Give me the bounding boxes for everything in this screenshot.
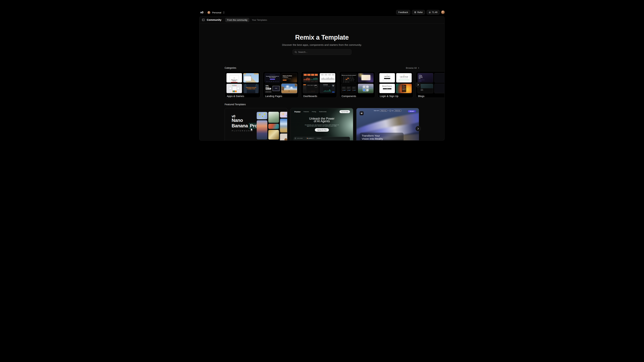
category-card-dashboards[interactable]: 170 245 190 OVERVIEW 12:00 AM Dashb xyxy=(301,71,337,98)
thumbnail-blog-hidden2 xyxy=(434,84,444,93)
v0-community-page: v0 / Personal Feedback Refer ⊘ 71.49 xyxy=(188,0,456,151)
hero-title: Remix a Template xyxy=(200,34,444,41)
tab-from-the-community[interactable]: From the community xyxy=(225,18,249,22)
category-label: Landing Pages xyxy=(264,94,297,98)
refer-button[interactable]: Refer xyxy=(412,10,425,14)
webrenew-heading-line2: Vision Into Reality xyxy=(362,137,402,140)
thumbnail-saas-landing: Streamlined Communication for Quick Ship… xyxy=(264,73,280,82)
panel-icon xyxy=(295,138,296,139)
line-number: 1 xyxy=(310,140,312,140)
thumbnail-overview-dashboard: OVERVIEW 12:00 AM xyxy=(320,84,335,93)
moon-icon: ☾ xyxy=(366,89,368,91)
nano-line1: Nano xyxy=(232,118,258,123)
category-label: Blogs xyxy=(418,94,444,98)
tab-your-templates[interactable]: Your Templates xyxy=(251,18,268,22)
prompt-button: PROMPT xyxy=(408,110,416,112)
photo-coffee xyxy=(280,134,287,140)
featured-card-nano-banana[interactable]: v0 Nano BananaPro PLAYGROUND xyxy=(224,108,287,140)
explorer-label: EXPLORER xyxy=(297,138,303,139)
webrenew-badge: Webrenew xyxy=(394,110,402,112)
stream-line2: Quick Shipping xyxy=(265,77,280,78)
thumbnail-control-center: ✈ ᛒ ☾ xyxy=(358,84,374,93)
category-card-apps-games[interactable]: ≡ Welcome to v0 Calendar TETRIS xyxy=(224,71,260,98)
acme-title: Welcome to Acme Inc. xyxy=(380,86,395,86)
pointer-nav-testimonials: Testimonials xyxy=(319,111,326,112)
community-bar: Community From the community Your Templa… xyxy=(200,16,444,24)
sidebar-toggle-icon[interactable] xyxy=(202,18,205,21)
workspace-name[interactable]: Personal xyxy=(212,11,221,14)
search-input[interactable] xyxy=(298,51,349,53)
editor-tab-gulpfile: ⬢gulpfile.js× xyxy=(306,137,315,139)
thumbnail-tetris-game: TETRIS xyxy=(226,84,242,93)
header-left: v0 / Personal xyxy=(200,10,225,15)
category-card-login-signup[interactable]: ✕ Login with X G Login with Google ▢ xyxy=(378,71,414,98)
main-panel: Community From the community Your Templa… xyxy=(199,16,444,140)
bluetooth-icon: ᛒ xyxy=(366,86,368,88)
google-logo: G xyxy=(404,74,404,76)
breadcrumb-separator: / xyxy=(205,11,206,14)
category-label: Apps & Games xyxy=(226,94,259,98)
webrenew-heading-line1: Transform Your xyxy=(362,134,402,137)
portfolio-line1: Build a Portfolio xyxy=(283,75,292,76)
feedback-button[interactable]: Feedback xyxy=(396,10,410,14)
search-box[interactable] xyxy=(292,49,351,55)
made-with-label: Made with xyxy=(374,110,379,111)
synecdoche-title: Synecdoche® xyxy=(282,86,297,88)
webrenew-heading: Transform Your Vision Into Reality xyxy=(362,134,402,140)
category-card-landing-pages[interactable]: Streamlined Communication for Quick Ship… xyxy=(263,71,299,98)
photo-pills xyxy=(280,112,287,118)
clock-value: 12:00 AM xyxy=(332,85,335,86)
thumbnail-grid: ✕ Login with X G Login with Google ▢ xyxy=(379,73,412,93)
credits-button[interactable]: ⊘ 71.49 xyxy=(426,10,440,14)
photo-people xyxy=(268,124,279,129)
chevron-right-icon xyxy=(417,128,419,130)
workspace-switcher-icon[interactable] xyxy=(223,11,225,14)
img-placeholder: [IMG] xyxy=(272,86,280,91)
community-tabs: From the community Your Templates xyxy=(225,18,268,22)
v0-logo[interactable]: v0 xyxy=(200,11,203,14)
pointer-heading-line2: of AI Agents xyxy=(290,120,353,122)
feedback-label: Feedback xyxy=(398,11,408,14)
photo-sunset-mountains xyxy=(257,120,267,140)
category-card-components[interactable]: What are your favorite cuisines? xyxy=(339,71,375,98)
featured-templates-label: Featured Templates xyxy=(224,103,246,106)
brutal-label: BRUTAL. xyxy=(266,88,271,90)
thumbnail-grid: What are your favorite cuisines? xyxy=(341,73,374,93)
post-line2: Mount xyxy=(421,90,423,91)
cuisines-question: What are your favorite cuisines? xyxy=(341,75,357,76)
thumbnail-grid: 170 245 190 OVERVIEW 12:00 AM xyxy=(303,73,335,93)
tree-vscode: ∨ VSCODE xyxy=(295,140,309,140)
airplane-icon: ✈ xyxy=(363,86,365,88)
browse-all-link[interactable]: Browse All xyxy=(406,67,420,69)
hero-subtitle: Discover the best apps, components and s… xyxy=(200,43,444,46)
featured-card-webrenew[interactable]: Made with Midjourney + v0 by Webrenew W … xyxy=(356,108,419,140)
tab-label: gulpfile.js xyxy=(308,138,312,139)
featured-next-button[interactable] xyxy=(416,126,421,131)
webrenew-logo: W xyxy=(360,111,364,115)
fried-line1: FRIEDRICHSHAIN xyxy=(243,87,259,88)
photo-sky-mountain xyxy=(280,118,287,132)
category-label: Dashboards xyxy=(303,94,335,98)
nano-line2: Banana xyxy=(232,123,248,128)
thumbnail-grid: I design products that peop love A Pus xyxy=(418,73,444,93)
login-x-title: Login with X xyxy=(380,76,395,77)
thumbnail-grid: Streamlined Communication for Quick Ship… xyxy=(264,73,297,93)
thumbnail-synecdoche-landing: Synecdoche® xyxy=(281,84,297,93)
category-label: Components xyxy=(341,94,374,98)
browse-all-label: Browse All xyxy=(406,67,417,69)
thumbnail-energy-dashboard xyxy=(303,73,318,82)
featured-card-pointer[interactable]: Pointer Features Pricing Testimonials Tr… xyxy=(290,108,353,140)
photo-bottles xyxy=(268,130,279,140)
editor-tab-untitled: Untitled-2 xyxy=(316,138,322,139)
thumbnail-calendar-app: ≡ Welcome to v0 Calendar xyxy=(226,73,242,82)
raw-label: RAW. xyxy=(266,85,271,86)
categories-next-button[interactable] xyxy=(416,82,421,88)
thumbnail-designer-blog: I design products that peop love xyxy=(418,73,433,82)
thumbnail-brutalist-landing: RAW. BOLD. BRUTAL. [IMG] xyxy=(264,84,280,93)
user-avatar[interactable] xyxy=(441,10,445,14)
workspace-avatar[interactable] xyxy=(208,11,210,14)
thumbnail-blog-hidden xyxy=(434,73,444,82)
pointer-nav-pricing: Pricing xyxy=(312,111,316,112)
close-icon: × xyxy=(313,138,314,139)
portfolio-line2: in Minutes xyxy=(283,76,288,78)
